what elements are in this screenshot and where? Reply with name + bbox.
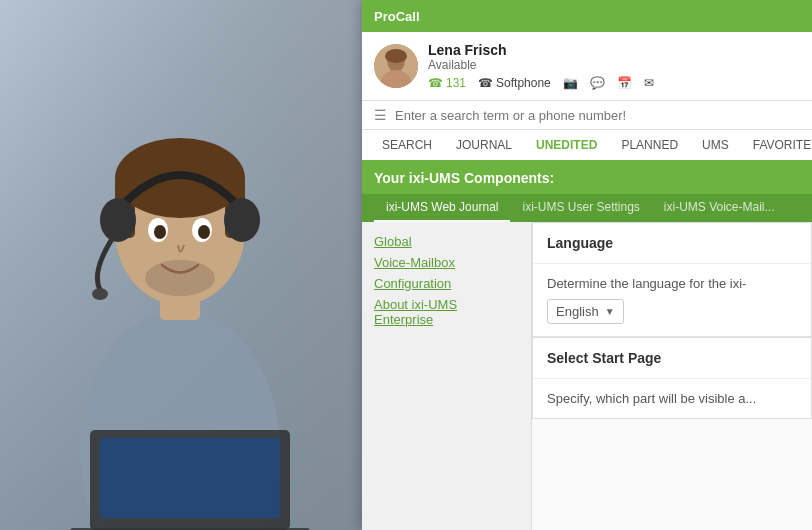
start-page-section: Select Start Page Specify, which part wi… bbox=[532, 337, 812, 419]
chat-action[interactable]: 💬 bbox=[590, 76, 605, 90]
ums-title: Your ixi-UMS Components: bbox=[374, 170, 554, 186]
calendar-action[interactable]: 📅 bbox=[617, 76, 632, 90]
language-section-body: Determine the language for the ixi- Engl… bbox=[533, 264, 811, 336]
svg-point-12 bbox=[224, 198, 260, 242]
email-action[interactable]: ✉ bbox=[644, 76, 654, 90]
person-illustration bbox=[30, 30, 330, 530]
start-page-description: Specify, which part will be visible a... bbox=[547, 391, 797, 406]
email-icon: ✉ bbox=[644, 76, 654, 90]
tab-journal[interactable]: JOURNAL bbox=[444, 130, 524, 162]
tab-ums[interactable]: UMS bbox=[690, 130, 741, 162]
user-info: Lena Frisch Available ☎ 131 ☎ Softphone … bbox=[428, 42, 800, 90]
user-name: Lena Frisch bbox=[428, 42, 800, 58]
softphone-action[interactable]: ☎ Softphone bbox=[478, 76, 551, 90]
language-section-header: Language bbox=[533, 223, 811, 264]
sidebar-link-global[interactable]: Global bbox=[374, 234, 519, 249]
tab-planned[interactable]: PLANNED bbox=[609, 130, 690, 162]
svg-point-9 bbox=[198, 225, 210, 239]
ums-sub-tabs: ixi-UMS Web Journal ixi-UMS User Setting… bbox=[362, 194, 812, 222]
user-actions: ☎ 131 ☎ Softphone 📷 💬 📅 ✉ bbox=[428, 76, 800, 90]
content-area: Language Determine the language for the … bbox=[532, 222, 812, 530]
ums-header: Your ixi-UMS Components: bbox=[362, 162, 812, 194]
svg-point-13 bbox=[92, 288, 108, 300]
hamburger-icon: ☰ bbox=[374, 107, 387, 123]
language-value: English bbox=[556, 304, 599, 319]
tab-search[interactable]: SEARCH bbox=[370, 130, 444, 162]
sidebar-link-about[interactable]: About ixi-UMS Enterprise bbox=[374, 297, 519, 327]
svg-point-20 bbox=[385, 49, 407, 63]
tab-unedited[interactable]: UNEDITED bbox=[524, 130, 609, 162]
ums-sub-tab-voicemail[interactable]: ixi-UMS Voice-Mail... bbox=[652, 194, 787, 222]
tab-favorites[interactable]: FAVORITES bbox=[741, 130, 812, 162]
sidebar-link-configuration[interactable]: Configuration bbox=[374, 276, 519, 291]
start-page-section-body: Specify, which part will be visible a... bbox=[533, 379, 811, 418]
background-photo bbox=[0, 0, 380, 530]
title-bar: ProCall bbox=[362, 0, 812, 32]
chevron-down-icon: ▼ bbox=[605, 306, 615, 317]
video-action[interactable]: 📷 bbox=[563, 76, 578, 90]
ums-sub-tab-journal[interactable]: ixi-UMS Web Journal bbox=[374, 194, 510, 222]
svg-point-8 bbox=[154, 225, 166, 239]
softphone-icon: ☎ bbox=[478, 76, 493, 90]
procall-panel: ProCall Lena Frisch Available ☎ 131 ☎ S bbox=[362, 0, 812, 530]
svg-point-11 bbox=[100, 198, 136, 242]
video-icon: 📷 bbox=[563, 76, 578, 90]
language-dropdown[interactable]: English ▼ bbox=[547, 299, 624, 324]
user-status: Available bbox=[428, 58, 800, 72]
nav-tabs: SEARCH JOURNAL UNEDITED PLANNED UMS FAVO… bbox=[362, 130, 812, 162]
avatar bbox=[374, 44, 418, 88]
search-bar: ☰ bbox=[362, 101, 812, 130]
svg-point-10 bbox=[145, 260, 215, 296]
chat-icon: 💬 bbox=[590, 76, 605, 90]
calendar-icon: 📅 bbox=[617, 76, 632, 90]
start-page-section-header: Select Start Page bbox=[533, 338, 811, 379]
ums-sub-tab-settings[interactable]: ixi-UMS User Settings bbox=[510, 194, 651, 222]
ext-number: 131 bbox=[446, 76, 466, 90]
main-content: Global Voice-Mailbox Configuration About… bbox=[362, 222, 812, 530]
phone-action[interactable]: ☎ 131 bbox=[428, 76, 466, 90]
svg-rect-15 bbox=[100, 438, 280, 518]
softphone-label: Softphone bbox=[496, 76, 551, 90]
sidebar: Global Voice-Mailbox Configuration About… bbox=[362, 222, 532, 530]
language-section: Language Determine the language for the … bbox=[532, 222, 812, 337]
sidebar-link-voicemailbox[interactable]: Voice-Mailbox bbox=[374, 255, 519, 270]
app-title: ProCall bbox=[374, 9, 420, 24]
user-header: Lena Frisch Available ☎ 131 ☎ Softphone … bbox=[362, 32, 812, 101]
language-description: Determine the language for the ixi- bbox=[547, 276, 797, 291]
phone-icon: ☎ bbox=[428, 76, 443, 90]
search-input[interactable] bbox=[395, 108, 800, 123]
